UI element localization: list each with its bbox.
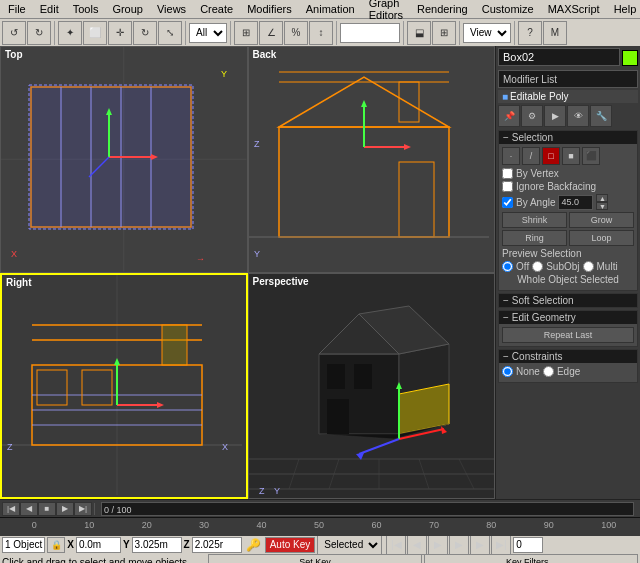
help-button[interactable]: ? [518,21,542,45]
menu-modifiers[interactable]: Modifiers [241,0,298,18]
select-region-button[interactable]: ⬜ [83,21,107,45]
selection-content: · / □ ■ ⬛ By Vertex Ignore Backfacing [499,144,637,290]
play-start-button[interactable]: |◀ [386,535,406,555]
selected-dropdown[interactable]: Selected [317,535,382,555]
selection-lock-button[interactable]: 🔒 [47,537,65,553]
panel-param-button[interactable]: ⚙ [521,105,543,127]
loop-button[interactable]: Loop [569,230,634,246]
timeline-stop-button[interactable]: ■ [38,502,56,516]
set-key-button[interactable]: Set Key [208,554,422,563]
right-panel-toolbar: 📌 ⚙ ▶ 👁 🔧 [498,105,638,127]
by-angle-checkbox[interactable] [502,197,513,208]
timeline-next-button[interactable]: ▶| [74,502,92,516]
viewport-right[interactable]: Right [0,273,248,500]
menu-customize[interactable]: Customize [476,0,540,18]
z-coord-field[interactable] [192,537,242,553]
panel-pin-button[interactable]: 📌 [498,105,520,127]
ring-button[interactable]: Ring [502,230,567,246]
menu-tools[interactable]: Tools [67,0,105,18]
angle-spin-down[interactable]: ▼ [596,202,608,210]
viewport-top[interactable]: Top X → Y [0,46,248,273]
menu-edit[interactable]: Edit [34,0,65,18]
menu-graph-editors[interactable]: Graph Editors [363,0,409,18]
preview-multi-radio[interactable] [583,261,594,272]
modifier-list[interactable]: Modifier List [498,70,638,88]
selection-section: Selection · / □ ■ ⬛ By Vertex I [498,130,638,291]
timescale-bar[interactable]: 0 10 20 30 40 50 60 70 80 90 100 [8,518,640,536]
constraint-edge-radio[interactable] [543,366,554,377]
play-rev-button[interactable]: ▶ [428,535,448,555]
polygon-mode-button[interactable]: ■ [562,147,580,165]
ignore-backfacing-label: Ignore Backfacing [516,181,596,192]
timeline-play-button[interactable]: ▶ [56,502,74,516]
panel-display-button[interactable]: 👁 [567,105,589,127]
snap-toggle[interactable]: ⊞ [234,21,258,45]
next-frame-button[interactable]: ▶ [470,535,490,555]
menu-maxscript[interactable]: MAXScript [542,0,606,18]
scale-button[interactable]: ⤡ [158,21,182,45]
timeline-track[interactable]: 0 / 100 [101,502,634,516]
angle-snap-toggle[interactable]: ∠ [259,21,283,45]
menu-group[interactable]: Group [106,0,149,18]
prev-frame-button[interactable]: ◀ [407,535,427,555]
by-angle-row: By Angle ▲ ▼ [502,194,634,210]
timeline-play-rev-button[interactable]: ◀ [20,502,38,516]
viewport-back[interactable]: Back [248,46,496,273]
border-mode-button[interactable]: □ [542,147,560,165]
select-button[interactable]: ✦ [58,21,82,45]
timeline-prev-button[interactable]: |◀ [2,502,20,516]
grow-button[interactable]: Grow [569,212,634,228]
repeat-last-button[interactable]: Repeat Last [502,327,634,343]
menu-rendering[interactable]: Rendering [411,0,474,18]
object-color-swatch[interactable] [622,50,638,66]
selection-header[interactable]: Selection [499,131,637,144]
vertex-mode-button[interactable]: · [502,147,520,165]
y-coord-field[interactable] [132,537,182,553]
constraint-none-radio[interactable] [502,366,513,377]
panel-utility-button[interactable]: 🔧 [590,105,612,127]
edit-geometry-header[interactable]: Edit Geometry [499,311,637,324]
soft-selection-header[interactable]: Soft Selection [499,294,637,307]
rotate-button[interactable]: ↻ [133,21,157,45]
angle-value-field[interactable] [558,195,593,210]
shrink-button[interactable]: Shrink [502,212,567,228]
move-button[interactable]: ✛ [108,21,132,45]
undo-button[interactable]: ↺ [2,21,26,45]
spinner-snap-toggle[interactable]: ↕ [309,21,333,45]
by-vertex-checkbox[interactable] [502,168,513,179]
key-filters-button[interactable]: Key Filters... [424,554,638,563]
view-dropdown[interactable]: View [463,23,511,43]
ignore-backfacing-checkbox[interactable] [502,181,513,192]
playback-controls: |◀ ◀ ▶ ▶ ▶ ▶| [386,535,511,555]
x-label: X [67,539,74,550]
panel-motion-button[interactable]: ▶ [544,105,566,127]
viewport-perspective[interactable]: Perspective [248,273,496,500]
play-end-button[interactable]: ▶| [491,535,511,555]
mirror-button[interactable]: ⬓ [407,21,431,45]
frame-field[interactable] [513,537,543,553]
menu-help[interactable]: Help [608,0,640,18]
element-mode-button[interactable]: ⬛ [582,147,600,165]
array-button[interactable]: ⊞ [432,21,456,45]
angle-spin-up[interactable]: ▲ [596,194,608,202]
edge-mode-button[interactable]: / [522,147,540,165]
x-coord-field[interactable] [76,537,121,553]
open-material[interactable]: M [543,21,567,45]
auto-key-button[interactable]: Auto Key [265,537,316,553]
preview-off-radio[interactable] [502,261,513,272]
reference-dropdown[interactable]: All [189,23,227,43]
percent-snap-toggle[interactable]: % [284,21,308,45]
named-selection-field[interactable] [340,23,400,43]
z-label: Z [184,539,190,550]
toolbar-sep-4 [336,21,337,45]
constraints-header[interactable]: Constraints [499,350,637,363]
preview-off-label: Off [516,261,529,272]
preview-subobj-radio[interactable] [532,261,543,272]
menu-create[interactable]: Create [194,0,239,18]
play-fwd-button[interactable]: ▶ [449,535,469,555]
menu-file[interactable]: File [2,0,32,18]
menu-views[interactable]: Views [151,0,192,18]
menu-animation[interactable]: Animation [300,0,361,18]
redo-button[interactable]: ↻ [27,21,51,45]
object-name-field[interactable] [498,48,620,66]
